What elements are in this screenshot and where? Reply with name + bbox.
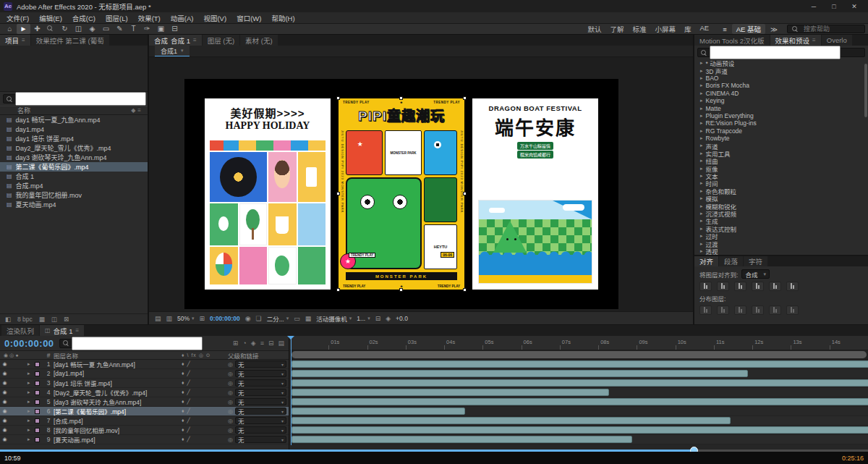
distribute-v-center-button[interactable] xyxy=(717,305,729,315)
project-item[interactable]: ▤ Day2_摩天轮_雪儿《优秀》.mp4 xyxy=(0,143,148,153)
help-search[interactable] xyxy=(787,25,865,33)
parent-dropdown[interactable]: 无 ▾ xyxy=(235,417,286,424)
layer-switches[interactable]: ♦╱ xyxy=(182,380,228,386)
effect-category[interactable]: ▸ 沉浸式视频 xyxy=(694,210,868,217)
layer-row[interactable]: ◉ ▸ 7 [合成.mp4] ♦╱ ◎ 无 ▾ xyxy=(0,416,289,426)
tab-motion-tools[interactable]: Motion Tools 2汉化版 xyxy=(694,35,770,46)
project-search-input[interactable] xyxy=(15,92,146,106)
new-folder-icon[interactable]: ▦ xyxy=(39,316,45,323)
workspace-tab[interactable]: 小屏幕 xyxy=(650,24,680,34)
layer-duration-bar[interactable] xyxy=(292,426,868,434)
chevron-right-icon[interactable]: ▸ xyxy=(700,120,703,126)
comp-viewer-tab[interactable]: 合成1 ▾ xyxy=(155,46,190,56)
project-item[interactable]: ▤ 夏天动画.mp4 xyxy=(0,200,148,209)
layer-row[interactable]: ◉ ▸ 5 [day3 谢砍琴天玲 九鱼Ann.mp4] ♦╱ ◎ 无 ▾ xyxy=(0,397,289,407)
layer-row[interactable]: ◉ ▸ 8 [我的童年回忆相册.mov] ♦╱ ◎ 无 ▾ xyxy=(0,426,289,435)
pickwhip-icon[interactable]: ◎ xyxy=(228,371,233,377)
viewer-timecode[interactable]: 0:00:00:00 xyxy=(210,315,240,322)
layer-row[interactable]: ◉ ▸ 2 [day1.mp4] ♦╱ ◎ 无 ▾ xyxy=(0,369,289,379)
align-top-button[interactable] xyxy=(752,282,764,291)
effect-category[interactable]: ▸ 杂色和颗粒 xyxy=(694,187,868,195)
layer-switches[interactable]: ♦╱ xyxy=(182,427,228,433)
chevron-right-icon[interactable]: ▸ xyxy=(700,195,703,201)
motion-blur-icon[interactable]: ⊟ xyxy=(268,339,274,347)
layer-duration-bar[interactable] xyxy=(292,398,868,405)
chevron-right-icon[interactable]: ▸ xyxy=(700,151,703,156)
effect-category[interactable]: ▸ 扭曲 xyxy=(694,157,868,164)
twirl-icon[interactable]: ▸ xyxy=(27,380,35,386)
comp-layer-monster-poster-selected[interactable]: TRENDY PLAY ★ TRENDY PLAY PIPI童趣潮玩 JIUYU… xyxy=(339,98,464,290)
tab-effects-presets[interactable]: 效果和预设 ≡ xyxy=(770,35,821,46)
effect-category[interactable]: ▸ 过渡 xyxy=(694,240,868,247)
parent-dropdown[interactable]: 无 ▾ xyxy=(235,398,286,405)
puppet-tool-icon[interactable]: ⊟ xyxy=(168,24,182,34)
eye-icon[interactable]: ◉ xyxy=(0,427,9,433)
rotate-tool-icon[interactable]: ↻ xyxy=(58,24,72,34)
eye-icon[interactable]: ◉ xyxy=(0,389,9,395)
layer-duration-bar[interactable] xyxy=(292,417,731,424)
time-ruler[interactable]: 01s02s03s04s05s06s07s08s09s10s11s12s13s1… xyxy=(290,336,868,350)
new-comp-icon[interactable]: ◫ xyxy=(51,316,57,323)
panel-menu-icon[interactable]: ≡ xyxy=(193,37,197,43)
maximize-button[interactable]: □ xyxy=(824,0,844,12)
layer-switches[interactable]: ♦╱ xyxy=(182,418,228,423)
tab-timeline-comp[interactable]: ◫ 合成 1 ≡ xyxy=(40,325,84,336)
eye-icon[interactable]: ◉ xyxy=(0,418,9,423)
column-options-icons[interactable]: ◆≡ xyxy=(131,107,143,114)
layer-duration-bar[interactable] xyxy=(292,360,868,368)
menu-item[interactable]: 动画(A) xyxy=(166,13,199,23)
project-search[interactable] xyxy=(3,94,145,104)
chevron-right-icon[interactable]: ▸ xyxy=(700,188,703,194)
panel-menu-icon[interactable]: ≡ xyxy=(22,37,25,43)
clone-stamp-tool-icon[interactable]: ▣ xyxy=(154,24,168,34)
pickwhip-icon[interactable]: ◎ xyxy=(228,389,233,396)
project-item[interactable]: ▤ day1 培乐 饼蛋.mp4 xyxy=(0,134,148,143)
twirl-icon[interactable]: ▸ xyxy=(27,361,35,367)
chevron-right-icon[interactable]: ▸ xyxy=(700,60,703,66)
layer-duration-bar[interactable] xyxy=(292,389,609,396)
parent-dropdown[interactable]: 无 ▾ xyxy=(235,370,286,377)
parent-dropdown[interactable]: 无 ▾ xyxy=(235,379,286,387)
selection-handle[interactable] xyxy=(336,288,340,292)
align-left-button[interactable] xyxy=(699,282,712,291)
parent-dropdown[interactable]: 无 ▾ xyxy=(235,389,286,396)
menu-item[interactable]: 文件(F) xyxy=(1,13,34,23)
draft-3d-icon[interactable]: ◔ xyxy=(242,339,246,347)
menu-item[interactable]: 合成(C) xyxy=(67,13,101,23)
label-color-chip[interactable] xyxy=(35,418,40,423)
zoom-tool-icon[interactable] xyxy=(44,24,58,34)
shy-layers-icon[interactable]: ◈ xyxy=(251,339,256,347)
parent-dropdown[interactable]: 无 ▾ xyxy=(235,408,286,415)
align-tab[interactable]: 字符 xyxy=(744,256,767,266)
color-depth-label[interactable]: 8 bpc xyxy=(17,316,33,323)
layer-row[interactable]: ◉ ▸ 3 [day1 培乐 饼蛋.mp4] ♦╱ ◎ 无 ▾ xyxy=(0,379,289,388)
twirl-icon[interactable]: ▸ xyxy=(27,418,35,423)
tab-footage[interactable]: 素材 (无) xyxy=(240,35,277,46)
effect-category[interactable]: ▸ Boris FX Mocha xyxy=(694,82,868,89)
layer-duration-bar[interactable] xyxy=(292,436,632,443)
twirl-icon[interactable]: ▸ xyxy=(27,427,35,433)
effect-category[interactable]: ▸ BAO xyxy=(694,75,868,82)
effect-category[interactable]: ▸ CINEMA 4D xyxy=(694,90,868,97)
project-item[interactable]: ▤ 合成 1 xyxy=(0,172,148,181)
layer-duration-bar[interactable] xyxy=(292,370,748,377)
parent-link-header[interactable]: 父级和链接 xyxy=(228,351,289,360)
align-tab[interactable]: 段落 xyxy=(719,256,743,266)
tab-composition[interactable]: 合成 合成 1 ≡ xyxy=(149,35,202,46)
label-color-chip[interactable] xyxy=(35,390,40,395)
selection-handle[interactable] xyxy=(399,96,403,100)
graph-editor-icon[interactable]: ▤ xyxy=(278,339,284,347)
help-search-input[interactable] xyxy=(804,25,860,33)
pan-behind-tool-icon[interactable]: ◈ xyxy=(85,24,99,34)
parent-dropdown[interactable]: 无 ▾ xyxy=(235,426,286,434)
selection-handle[interactable] xyxy=(336,96,340,100)
eye-icon[interactable]: ◉ xyxy=(0,436,9,442)
eye-icon[interactable]: ◉ xyxy=(0,361,9,367)
effect-category[interactable]: ▸ 实用工具 xyxy=(694,150,868,157)
timeline-search-input[interactable] xyxy=(72,337,203,350)
camera-tool-icon[interactable]: ◫ xyxy=(72,24,85,34)
twirl-icon[interactable]: ▸ xyxy=(27,436,35,442)
distribute-bottom-button[interactable] xyxy=(734,305,746,315)
layer-duration-bar[interactable] xyxy=(292,379,868,387)
timeline-search[interactable] xyxy=(59,339,145,348)
